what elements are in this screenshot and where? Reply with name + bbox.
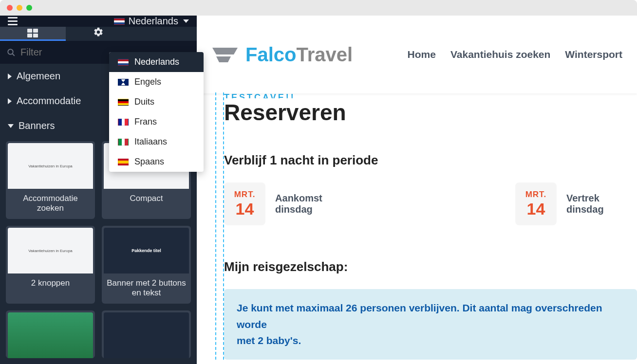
page-content: TESTCAVE!! Reserveren Verblijf 1 nacht i…: [197, 92, 637, 360]
card-accommodatie-zoeken[interactable]: Vakantiehuizen in Europa Accommodatie zo…: [6, 141, 95, 219]
language-option-en[interactable]: Engels: [109, 72, 204, 92]
menu-button[interactable]: [8, 17, 18, 25]
site-nav: Home Vakantiehuis zoeken Wintersport: [408, 49, 622, 60]
site-logo[interactable]: FalcoTravel: [209, 44, 353, 66]
tab-third[interactable]: [131, 27, 197, 41]
card-extra-1[interactable]: [6, 310, 95, 358]
page-title: Reserveren: [224, 99, 637, 126]
language-option-de[interactable]: Duits: [109, 92, 204, 112]
party-heading: Mijn reisgezelschap:: [224, 259, 637, 274]
dates-row: MRT. 14 Aankomst dinsdag MRT. 14 Vertrek…: [224, 182, 637, 225]
svg-line-1: [12, 54, 15, 56]
gear-icon: [93, 27, 104, 39]
capacity-notice: Je kunt met maximaal 26 personen verblij…: [224, 289, 637, 360]
chevron-down-icon: [8, 124, 14, 128]
card-2-knoppen[interactable]: Vakantiehuizen in Europa 2 knoppen: [6, 226, 95, 304]
flag-it-icon: [118, 139, 129, 146]
minimize-window-icon[interactable]: [17, 5, 22, 11]
svg-point-0: [8, 49, 13, 55]
flag-nl-icon: [118, 59, 129, 66]
search-icon: [7, 48, 16, 57]
flag-de-icon: [118, 99, 129, 106]
site-header: FalcoTravel Home Vakantiehuis zoeken Win…: [197, 16, 637, 93]
tab-blocks[interactable]: [0, 27, 66, 41]
nav-home[interactable]: Home: [408, 49, 436, 60]
card-thumbnail: [8, 312, 93, 358]
editor-guide-line: [215, 92, 216, 360]
arrival-date-card: MRT. 14: [224, 182, 265, 225]
language-dropdown: Nederlands Engels Duits Frans Italiaans …: [109, 52, 204, 172]
language-option-es[interactable]: Spaans: [109, 152, 204, 172]
language-current: Nederlands: [129, 16, 178, 27]
language-option-it[interactable]: Italiaans: [109, 132, 204, 152]
banner-cards: Vakantiehuizen in Europa Accommodatie zo…: [0, 138, 197, 364]
card-thumbnail: Vakantiehuizen in Europa: [8, 143, 93, 189]
preview-pane: FalcoTravel Home Vakantiehuis zoeken Win…: [197, 16, 637, 364]
flag-fr-icon: [118, 119, 129, 126]
editor-guide-line: [223, 92, 224, 360]
page-eyebrow: TESTCAVE!!: [224, 92, 637, 98]
chevron-right-icon: [8, 98, 12, 104]
chevron-right-icon: [8, 73, 12, 79]
nav-wintersport[interactable]: Wintersport: [565, 49, 622, 60]
arrival-block[interactable]: MRT. 14 Aankomst dinsdag: [224, 182, 359, 225]
window-chrome: [0, 0, 637, 16]
card-extra-2[interactable]: [102, 310, 191, 358]
flag-en-icon: [118, 79, 129, 86]
stay-heading: Verblijf 1 nacht in periode: [224, 153, 637, 168]
chevron-down-icon: [183, 19, 189, 23]
nav-vakantiehuis[interactable]: Vakantiehuis zoeken: [450, 49, 550, 60]
language-selector[interactable]: Nederlands: [114, 16, 189, 27]
card-thumbnail: Vakantiehuizen in Europa: [8, 228, 93, 273]
departure-date-card: MRT. 14: [515, 182, 557, 225]
language-option-fr[interactable]: Frans: [109, 112, 204, 132]
tab-settings[interactable]: [66, 27, 131, 41]
flag-es-icon: [118, 159, 129, 165]
card-banner-buttons-tekst[interactable]: Pakkende titel Banner met 2 buttons en t…: [102, 226, 191, 304]
card-thumbnail: [104, 312, 189, 358]
logo-mark-icon: [209, 44, 241, 65]
flag-nl-icon: [114, 18, 125, 25]
language-option-nl[interactable]: Nederlands: [109, 52, 204, 72]
close-window-icon[interactable]: [7, 5, 13, 11]
grid-icon: [27, 29, 38, 37]
maximize-window-icon[interactable]: [26, 5, 32, 11]
card-thumbnail: Pakkende titel: [104, 228, 189, 273]
departure-block[interactable]: MRT. 14 Vertrek dinsdag: [515, 182, 637, 225]
editor-sidebar: Nederlands Nederlands Engels Duits Frans: [0, 16, 197, 364]
